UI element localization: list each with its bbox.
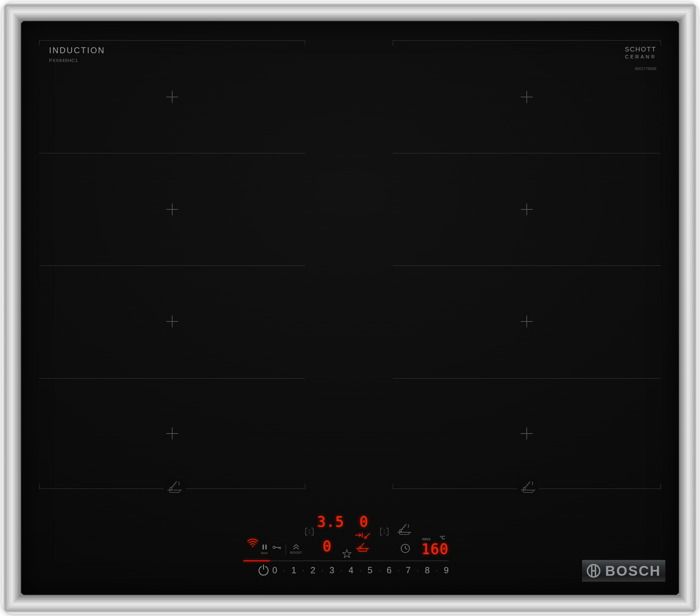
slider-digit-6[interactable]: 6 xyxy=(387,565,392,575)
boost-icon xyxy=(293,544,300,550)
slider-dot: · xyxy=(435,566,438,574)
fry-sensor-icon[interactable] xyxy=(397,522,412,535)
power-level-display-left: 3.5 xyxy=(315,515,346,529)
pot-cross-right-4 xyxy=(521,428,533,439)
slider-digit-1[interactable]: 1 xyxy=(291,565,296,575)
slider-digit-5[interactable]: 5 xyxy=(368,565,372,575)
pot-cross-left-1 xyxy=(166,91,178,103)
move-pan-icon xyxy=(355,532,371,553)
ceran-text: CERAN® xyxy=(611,54,656,60)
pot-cross-left-3 xyxy=(166,316,178,327)
induction-label: INDUCTION xyxy=(49,46,105,55)
slider-digit-3[interactable]: 3 xyxy=(329,565,334,575)
bosch-anchor-icon xyxy=(586,563,601,578)
left-zone-divider-3 xyxy=(39,378,305,379)
right-zone-top-outline xyxy=(393,40,661,46)
slider-digit-9[interactable]: 9 xyxy=(444,565,449,575)
slider-dot: · xyxy=(321,566,324,574)
boost-label: BOOST xyxy=(290,551,302,554)
frame-right xyxy=(679,2,698,614)
slider-dot: · xyxy=(416,566,419,574)
pot-cross-left-2 xyxy=(166,203,178,215)
slider-dot: · xyxy=(378,566,381,574)
pause-icon xyxy=(262,544,267,550)
flex-zone-right-icon[interactable] xyxy=(379,527,390,536)
star-icon[interactable] xyxy=(342,549,352,559)
ceramic-glass-surface xyxy=(21,21,679,595)
temperature-unit-label: °C xyxy=(440,535,445,540)
frame-bottom xyxy=(2,595,698,614)
slider-dot: · xyxy=(302,566,304,574)
slider-dot: · xyxy=(283,566,286,574)
pot-cross-right-3 xyxy=(521,316,533,327)
pot-cross-right-1 xyxy=(521,91,533,103)
lock-boost-cluster: 4sec BOOST xyxy=(261,544,302,555)
slider-digit-7[interactable]: 7 xyxy=(406,565,411,575)
left-fry-sensor-marking xyxy=(164,478,186,494)
pause-label: 4sec xyxy=(261,551,268,555)
wifi-icon[interactable] xyxy=(247,538,259,548)
pause-button[interactable]: 4sec xyxy=(261,544,268,555)
left-zone-divider-2 xyxy=(39,265,305,266)
right-fry-sensor-marking xyxy=(517,478,539,494)
flex-zone-left-icon[interactable] xyxy=(304,527,315,536)
bosch-logo-text: BOSCH xyxy=(605,563,661,579)
slider-digit-4[interactable]: 4 xyxy=(349,565,354,575)
right-zone-divider-1 xyxy=(393,153,661,153)
bosch-logo: BOSCH xyxy=(582,560,666,582)
right-zone-divider-3 xyxy=(393,378,661,379)
slider-digit-0[interactable]: 0 xyxy=(272,565,277,575)
cluster-divider xyxy=(286,545,286,554)
schott-ceran-logo: SCHOTT CERAN® xyxy=(611,46,656,60)
time-unit-label: min/s xyxy=(422,537,430,541)
pot-cross-left-4 xyxy=(166,428,178,439)
right-zone-divider-2 xyxy=(393,265,661,266)
timer-display: 160 xyxy=(418,542,452,556)
left-zone-top-outline xyxy=(39,40,305,46)
slider-dot: · xyxy=(398,566,400,574)
slider-digit-2[interactable]: 2 xyxy=(310,565,315,575)
key-lock-icon xyxy=(272,545,281,550)
power-slider[interactable]: 0 · 1 · 2 · 3 · 4 · 5 · 6 · 7 · 8 · 9 xyxy=(272,565,449,575)
clock-icon[interactable] xyxy=(400,543,411,554)
power-level-display-bottom: 0 xyxy=(317,539,337,553)
slider-track[interactable] xyxy=(270,561,449,561)
serial-number: 9001778568 xyxy=(611,67,656,71)
slider-active-segment[interactable] xyxy=(243,560,270,561)
slider-dot: · xyxy=(340,566,343,574)
boost-button[interactable]: BOOST xyxy=(290,544,302,554)
pot-cross-right-2 xyxy=(521,203,533,215)
power-icon[interactable] xyxy=(258,564,270,576)
model-number: PXX645HC1 xyxy=(49,58,78,63)
schott-text: SCHOTT xyxy=(611,46,656,53)
slider-digit-8[interactable]: 8 xyxy=(425,565,430,575)
slider-dot: · xyxy=(359,566,362,574)
frame-top xyxy=(2,2,698,21)
power-level-display-right: 0 xyxy=(354,515,374,529)
induction-hob: INDUCTION PXX645HC1 SCHOTT CERAN® 900177… xyxy=(0,0,700,616)
frame-left xyxy=(2,2,21,614)
left-zone-divider-1 xyxy=(39,153,305,153)
key-lock-button[interactable] xyxy=(272,544,281,550)
